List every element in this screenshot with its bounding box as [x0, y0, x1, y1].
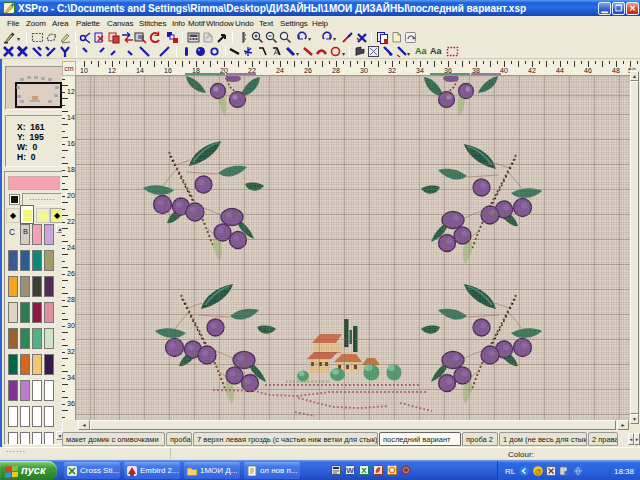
svg-text:W: W — [346, 466, 354, 475]
svg-text:@: @ — [534, 467, 541, 474]
svg-text:X: X — [361, 466, 367, 475]
